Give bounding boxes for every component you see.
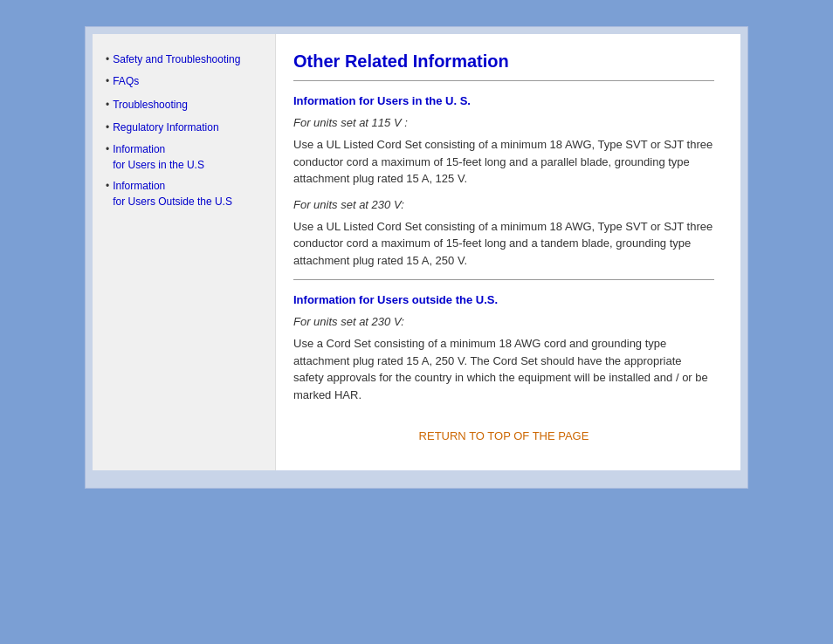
text-115: Use a UL Listed Cord Set consisting of a… bbox=[293, 136, 714, 188]
bullet: • bbox=[106, 120, 109, 136]
bullet: • bbox=[106, 178, 109, 195]
section-us: Information for Users in the U. S. For u… bbox=[293, 94, 714, 269]
text-230: Use a Cord Set consisting of a minimum 1… bbox=[293, 335, 714, 403]
sidebar-item-info-us[interactable]: • Informationfor Users in the U.S bbox=[106, 141, 266, 173]
sidebar-link-regulatory[interactable]: Regulatory Information bbox=[113, 120, 218, 135]
units-230-label: For units set at 230 V: bbox=[293, 315, 714, 328]
inner-container: • Safety and Troubleshooting • FAQs • Tr… bbox=[93, 34, 740, 470]
units-115-label: For units set at 115 V : bbox=[293, 116, 714, 129]
bottom-bar bbox=[93, 472, 740, 481]
bullet: • bbox=[106, 141, 109, 158]
sidebar-item-regulatory[interactable]: • Regulatory Information bbox=[106, 120, 266, 136]
section-outside: Information for Users outside the U.S. F… bbox=[293, 293, 714, 403]
sidebar-item-safety[interactable]: • Safety and Troubleshooting bbox=[106, 51, 266, 68]
bullet: • bbox=[106, 73, 109, 90]
sidebar: • Safety and Troubleshooting • FAQs • Tr… bbox=[93, 34, 276, 470]
section-outside-title: Information for Users outside the U.S. bbox=[293, 293, 714, 306]
units-230a-label: For units set at 230 V: bbox=[293, 198, 714, 211]
bullet: • bbox=[106, 51, 109, 68]
sidebar-item-info-outside[interactable]: • Informationfor Users Outside the U.S bbox=[106, 178, 266, 209]
page-title: Other Related Information bbox=[293, 51, 714, 72]
top-divider bbox=[293, 80, 714, 81]
sidebar-link-safety[interactable]: Safety and Troubleshooting bbox=[113, 51, 240, 67]
sidebar-link-info-outside[interactable]: Informationfor Users Outside the U.S bbox=[113, 178, 232, 209]
main-content: Other Related Information Information fo… bbox=[276, 34, 740, 470]
sidebar-link-troubleshooting[interactable]: Troubleshooting bbox=[113, 97, 188, 113]
return-link-container[interactable]: RETURN TO TOP OF THE PAGE bbox=[293, 421, 714, 442]
section-us-title: Information for Users in the U. S. bbox=[293, 94, 714, 107]
text-230a: Use a UL Listed Cord Set consisting of a… bbox=[293, 218, 714, 270]
outer-container: • Safety and Troubleshooting • FAQs • Tr… bbox=[85, 26, 748, 489]
sidebar-item-faqs[interactable]: • FAQs bbox=[106, 73, 266, 90]
sidebar-link-faqs[interactable]: FAQs bbox=[113, 73, 139, 89]
mid-divider bbox=[293, 279, 714, 280]
return-to-top-link[interactable]: RETURN TO TOP OF THE PAGE bbox=[419, 429, 589, 442]
bullet: • bbox=[106, 97, 109, 113]
sidebar-link-info-us[interactable]: Informationfor Users in the U.S bbox=[113, 141, 204, 173]
sidebar-item-troubleshooting[interactable]: • Troubleshooting bbox=[106, 97, 266, 113]
